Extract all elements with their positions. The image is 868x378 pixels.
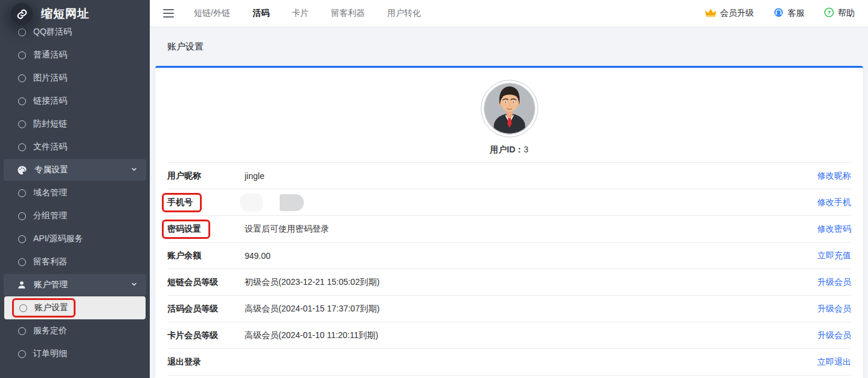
sidebar-item-customer-retention[interactable]: 留客利器 [0, 250, 150, 273]
page-title: 账户设置 [167, 41, 204, 53]
row-logout: 退出登录 立即退出 [167, 349, 851, 376]
sidebar-item-account-settings[interactable]: 账户设置 [4, 296, 146, 319]
annotation-box-account-settings: 账户设置 [12, 298, 76, 318]
sidebar-item-domain-management[interactable]: 域名管理 [0, 181, 150, 204]
app-title: 缩短网址 [41, 6, 89, 22]
tab-cards[interactable]: 卡片 [292, 8, 309, 19]
user-id-label: 用户ID： [490, 145, 524, 154]
avatar-section: 用户ID：3 [167, 68, 851, 162]
sidebar-item-label: 留客利器 [33, 256, 67, 267]
sidebar-menu: QQ群活码 普通活码 图片活码 链接活码 防封短链 文件活码 [0, 28, 150, 378]
tab-short-links[interactable]: 短链/外链 [194, 8, 230, 19]
upgrade-card-link[interactable]: 升级会员 [817, 330, 851, 341]
radio-circle-icon [19, 304, 27, 312]
sidebar-item-label: 域名管理 [33, 187, 67, 198]
phone-label: 手机号 [167, 197, 193, 207]
upgrade-shortlink-link[interactable]: 升级会员 [817, 277, 851, 288]
palette-icon [17, 165, 27, 175]
radio-circle-icon [18, 74, 26, 82]
edit-nickname-link[interactable]: 修改昵称 [817, 171, 851, 181]
sidebar-item-label: 订单明细 [33, 348, 67, 359]
shortlink-membership-value: 初级会员(2023-12-21 15:05:02到期) [245, 277, 817, 288]
sidebar-section-exclusive-settings[interactable]: 专属设置 [4, 159, 146, 181]
crown-icon [705, 8, 716, 19]
account-rows: 用户昵称 jingle 修改昵称 手机号 修改手机 密码设置 设置后可使用密码登… [167, 162, 851, 376]
sidebar-item-group-management[interactable]: 分组管理 [0, 204, 150, 227]
sidebar-section-label: 专属设置 [34, 165, 130, 175]
radio-circle-icon [18, 189, 26, 197]
recharge-link[interactable]: 立即充值 [817, 250, 851, 261]
user-icon [17, 280, 27, 290]
row-card-membership: 卡片会员等级 高级会员(2024-01-10 11:20:11到期) 升级会员 [167, 322, 851, 349]
row-password: 密码设置 设置后可使用密码登录 修改密码 [167, 216, 851, 243]
customer-service-button[interactable]: 客服 [773, 7, 805, 20]
annotation-box-password: 密码设置 [162, 220, 210, 239]
member-upgrade-label: 会员升级 [720, 8, 754, 19]
sidebar-item-file-code[interactable]: 文件活码 [0, 135, 150, 158]
headset-icon [773, 7, 784, 20]
chevron-down-icon [130, 280, 138, 290]
redaction-blob [280, 194, 304, 211]
sidebar-item-label: API/源码服务 [33, 233, 83, 244]
topbar: 短链/外链 活码 卡片 留客利器 用户转化 会员升级 [150, 0, 868, 27]
sidebar-item-antiblock-link[interactable]: 防封短链 [0, 112, 150, 135]
help-button[interactable]: ? 帮助 [824, 7, 855, 19]
card-membership-value: 高级会员(2024-01-10 11:20:11到期) [245, 330, 817, 341]
page-header: 账户设置 [150, 27, 868, 66]
row-phone: 手机号 修改手机 [167, 189, 851, 216]
sidebar: 缩短网址 QQ群活码 普通活码 图片活码 链接活码 防封短链 文件活码 [0, 0, 150, 378]
sidebar-item-normal-code[interactable]: 普通活码 [0, 44, 150, 67]
sidebar-item-label: 图片活码 [33, 73, 67, 83]
radio-circle-icon [18, 235, 26, 243]
sidebar-item-image-code[interactable]: 图片活码 [0, 67, 150, 90]
app-logo[interactable]: 缩短网址 [0, 0, 150, 28]
balance-value: 949.00 [245, 251, 817, 261]
help-label: 帮助 [838, 8, 855, 19]
sidebar-item-order-details[interactable]: 订单明细 [0, 342, 150, 365]
tab-user-conversion[interactable]: 用户转化 [387, 8, 421, 19]
upgrade-livecode-link[interactable]: 升级会员 [817, 304, 851, 314]
customer-service-label: 客服 [788, 8, 805, 19]
sidebar-item-link-code[interactable]: 链接活码 [0, 90, 150, 112]
nickname-value: jingle [245, 171, 817, 181]
sidebar-item-label: 分组管理 [33, 210, 67, 221]
row-livecode-membership: 活码会员等级 高级会员(2024-01-15 17:37:07到期) 升级会员 [167, 296, 851, 322]
row-balance: 账户余额 949.00 立即充值 [167, 243, 851, 269]
radio-circle-icon [18, 120, 26, 128]
link-icon [11, 3, 33, 25]
user-id-line: 用户ID：3 [490, 145, 529, 155]
sidebar-item-label: 账户设置 [34, 302, 68, 313]
password-label: 密码设置 [167, 224, 201, 233]
shortlink-membership-label: 短链会员等级 [167, 277, 245, 288]
annotation-box-phone: 手机号 [162, 193, 202, 212]
edit-password-link[interactable]: 修改密码 [817, 224, 851, 235]
nickname-label: 用户昵称 [167, 171, 245, 181]
radio-circle-icon [18, 51, 26, 59]
user-id-value: 3 [524, 145, 529, 154]
chevron-down-icon [130, 165, 138, 175]
topbar-actions: 会员升级 客服 ? 帮助 [705, 7, 855, 20]
radio-circle-icon [18, 327, 26, 335]
member-upgrade-button[interactable]: 会员升级 [705, 8, 754, 19]
logout-label: 退出登录 [167, 357, 245, 368]
avatar[interactable] [481, 80, 538, 137]
hamburger-icon[interactable] [163, 9, 174, 18]
livecode-membership-value: 高级会员(2024-01-15 17:37:07到期) [245, 304, 817, 314]
edit-phone-link[interactable]: 修改手机 [817, 197, 851, 208]
tab-customer-retention[interactable]: 留客利器 [331, 8, 365, 19]
radio-circle-icon [18, 28, 26, 36]
redaction-blob [240, 194, 263, 212]
phone-label-wrap: 手机号 [167, 193, 245, 212]
sidebar-item-service-pricing[interactable]: 服务定价 [0, 319, 150, 342]
radio-circle-icon [18, 97, 26, 105]
radio-circle-icon [18, 258, 26, 266]
tab-live-code[interactable]: 活码 [252, 8, 269, 19]
radio-circle-icon [18, 212, 26, 220]
logout-link[interactable]: 立即退出 [817, 357, 851, 368]
sidebar-item-api-source-service[interactable]: API/源码服务 [0, 227, 150, 250]
account-settings-card: 用户ID：3 用户昵称 jingle 修改昵称 手机号 修改手机 密码设置 设置… [155, 66, 863, 378]
sidebar-section-account-management[interactable]: 账户管理 [4, 274, 146, 296]
svg-text:?: ? [828, 9, 831, 16]
phone-value-redacted [245, 194, 817, 212]
row-shortlink-membership: 短链会员等级 初级会员(2023-12-21 15:05:02到期) 升级会员 [167, 269, 851, 296]
